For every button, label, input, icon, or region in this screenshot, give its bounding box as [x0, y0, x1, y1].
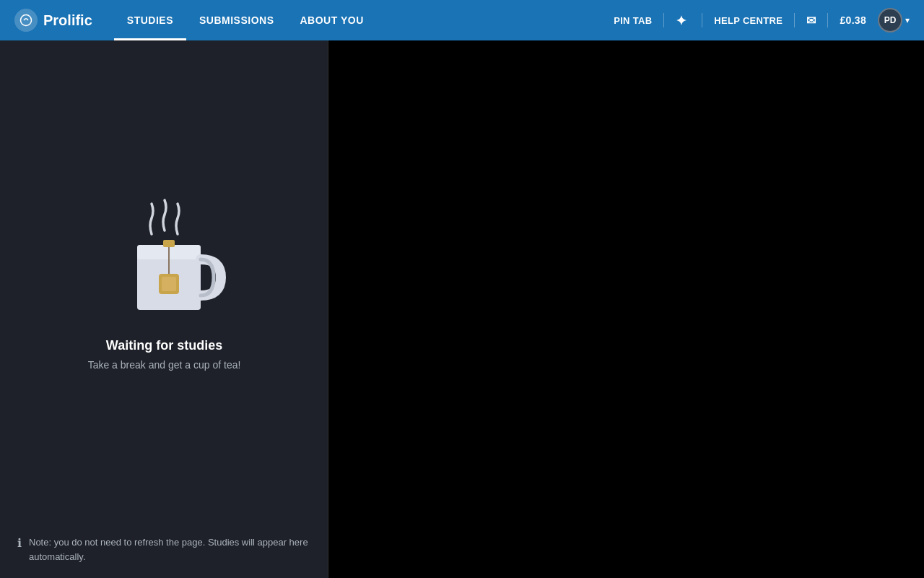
navbar: Prolific STUDIES SUBMISSIONS ABOUT YOU P… — [0, 0, 924, 40]
messages-button[interactable]: ✉ — [806, 14, 816, 27]
avatar: PD — [878, 8, 902, 33]
info-icon: ℹ — [17, 536, 22, 550]
nav-about-you[interactable]: ABOUT YOU — [287, 0, 377, 40]
svg-rect-6 — [162, 277, 176, 291]
nav-divider-3 — [794, 13, 795, 27]
right-panel — [328, 40, 924, 578]
svg-rect-4 — [163, 240, 175, 247]
bottom-note: ℹ Note: you do not need to refresh the p… — [0, 521, 328, 578]
nav-divider-2 — [702, 13, 702, 27]
logo-icon — [14, 9, 38, 32]
email-icon: ✉ — [806, 14, 816, 27]
nav-right: PIN TAB ✦ HELP CENTRE ✉ £0.38 PD ▾ — [614, 8, 910, 33]
user-menu[interactable]: PD ▾ — [878, 8, 910, 33]
nav-links: STUDIES SUBMISSIONS ABOUT YOU — [114, 0, 377, 40]
svg-point-0 — [21, 15, 32, 26]
tea-cup-illustration — [100, 191, 230, 321]
avatar-initials: PD — [884, 15, 897, 25]
left-panel: Waiting for studies Take a break and get… — [0, 40, 328, 578]
nav-submissions[interactable]: SUBMISSIONS — [186, 0, 287, 40]
chevron-down-icon: ▾ — [905, 15, 910, 25]
logo[interactable]: Prolific — [14, 9, 92, 32]
waiting-subtitle: Take a break and get a cup of tea! — [88, 359, 241, 371]
theme-toggle[interactable]: ✦ — [676, 13, 690, 27]
balance-amount: £0.38 — [840, 14, 866, 26]
main-content: Waiting for studies Take a break and get… — [0, 40, 924, 578]
nav-divider-1 — [663, 13, 664, 27]
note-text: Note: you do not need to refresh the pag… — [29, 535, 311, 564]
balance-display: £0.38 — [840, 14, 866, 26]
pin-tab-label: PIN TAB — [614, 15, 652, 26]
waiting-title: Waiting for studies — [106, 338, 222, 353]
pin-tab-button[interactable]: PIN TAB — [614, 15, 652, 26]
help-centre-label: HELP CENTRE — [714, 15, 783, 26]
nav-divider-4 — [827, 13, 828, 27]
logo-text: Prolific — [43, 12, 92, 29]
help-centre-button[interactable]: HELP CENTRE — [714, 15, 783, 26]
nav-studies[interactable]: STUDIES — [114, 0, 186, 40]
sun-icon: ✦ — [676, 13, 690, 27]
